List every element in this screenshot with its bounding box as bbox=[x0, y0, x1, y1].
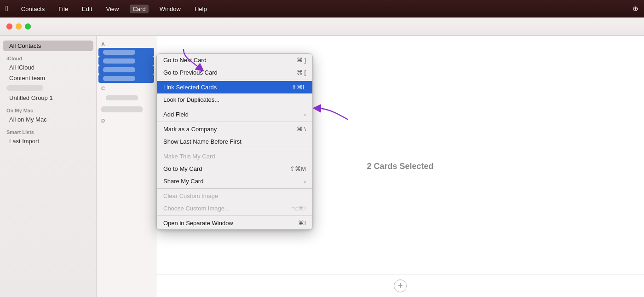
menu-item-go-to-my-card-label: Go to My Card bbox=[163, 165, 202, 172]
menu-item-open-separate-window-shortcut: ⌘I bbox=[298, 220, 306, 227]
menu-item-make-my-card: Make This My Card bbox=[157, 150, 312, 163]
contact-item-4[interactable] bbox=[98, 74, 154, 83]
menu-item-choose-custom-image-shortcut: ⌥⌘I bbox=[291, 205, 306, 212]
sidebar-item-all-icloud[interactable]: All iCloud bbox=[3, 62, 93, 73]
menu-item-show-last-name-label: Show Last Name Before First bbox=[163, 138, 242, 145]
maximize-button[interactable] bbox=[25, 23, 31, 29]
add-button-bar: + bbox=[156, 274, 644, 297]
menu-item-choose-custom-image-label: Choose Custom Image... bbox=[163, 205, 230, 212]
main-content: All Contacts iCloud All iCloud Content t… bbox=[0, 36, 644, 297]
menu-item-go-to-my-card-shortcut: ⇧⌘M bbox=[290, 165, 306, 172]
menu-item-share-my-card-arrow: › bbox=[304, 179, 306, 184]
contact-blur-selected-3 bbox=[103, 67, 135, 72]
menu-bar-right: ⊕ bbox=[632, 5, 638, 13]
sidebar-item-all-contacts[interactable]: All Contacts bbox=[3, 41, 93, 51]
card-dropdown-menu: Go to Next Card ⌘ ] Go to Previous Card … bbox=[156, 53, 313, 230]
contact-blur-bottom bbox=[101, 106, 143, 112]
menu-item-go-to-prev-shortcut: ⌘ [ bbox=[297, 69, 306, 76]
sidebar-on-my-mac-header: On My Mac bbox=[0, 103, 96, 114]
menu-item-make-my-card-label: Make This My Card bbox=[163, 153, 215, 160]
contact-blur-5 bbox=[106, 95, 138, 100]
contact-blur-selected-4 bbox=[103, 76, 135, 81]
sidebar-item-content-team[interactable]: Content team bbox=[3, 73, 93, 83]
menu-item-go-to-next-shortcut: ⌘ ] bbox=[297, 57, 306, 64]
contact-item-3[interactable] bbox=[98, 65, 154, 74]
contact-letter-d: D bbox=[97, 115, 156, 124]
sidebar-icloud-header: iCloud bbox=[0, 51, 96, 62]
menu-item-open-separate-window-label: Open in Separate Window bbox=[163, 220, 233, 227]
menu-item-share-my-card[interactable]: Share My Card › bbox=[157, 175, 312, 187]
menu-item-look-duplicates-label: Look for Duplicates... bbox=[163, 96, 219, 103]
menu-item-share-my-card-label: Share My Card bbox=[163, 178, 203, 185]
contact-item-2[interactable] bbox=[98, 57, 154, 65]
contact-blur-selected-2 bbox=[103, 58, 135, 64]
separator-4 bbox=[157, 149, 312, 149]
menu-item-link-selected[interactable]: Link Selected Cards ⇧⌘L bbox=[157, 81, 312, 93]
menu-item-look-duplicates[interactable]: Look for Duplicates... bbox=[157, 93, 312, 106]
minimize-button[interactable] bbox=[16, 23, 22, 29]
app-window: All Contacts iCloud All iCloud Content t… bbox=[0, 17, 644, 297]
menu-item-clear-custom-image-label: Clear Custom Image bbox=[163, 192, 218, 199]
menu-item-mark-company-label: Mark as a Company bbox=[163, 126, 217, 133]
sidebar-item-all-on-my-mac[interactable]: All on My Mac bbox=[3, 114, 93, 125]
sidebar-smart-lists-header: Smart Lists bbox=[0, 125, 96, 136]
menu-item-show-last-name[interactable]: Show Last Name Before First bbox=[157, 135, 312, 148]
menu-item-go-to-next[interactable]: Go to Next Card ⌘ ] bbox=[157, 54, 312, 66]
apple-menu[interactable]:  bbox=[6, 5, 8, 13]
menu-item-add-field-label: Add Field bbox=[163, 111, 189, 118]
menu-bar:  Contacts File Edit View Card Window He… bbox=[0, 0, 644, 17]
menu-help[interactable]: Help bbox=[192, 5, 210, 13]
menu-item-clear-custom-image: Clear Custom Image bbox=[157, 190, 312, 202]
menu-item-choose-custom-image: Choose Custom Image... ⌥⌘I bbox=[157, 202, 312, 215]
cards-selected-text: 2 Cards Selected bbox=[367, 162, 433, 171]
menu-item-add-field-arrow: › bbox=[304, 112, 306, 117]
separator-1 bbox=[157, 80, 312, 80]
menu-file[interactable]: File bbox=[56, 5, 71, 13]
menu-item-go-to-next-label: Go to Next Card bbox=[163, 57, 207, 64]
menu-item-go-to-prev-label: Go to Previous Card bbox=[163, 69, 218, 76]
sidebar-blur-1 bbox=[6, 85, 43, 91]
traffic-lights bbox=[6, 23, 31, 29]
sidebar-item-untitled-group[interactable]: Untitled Group 1 bbox=[3, 93, 93, 103]
menu-extras-icon: ⊕ bbox=[632, 5, 638, 13]
separator-5 bbox=[157, 188, 312, 189]
add-contact-button[interactable]: + bbox=[394, 280, 407, 292]
contact-blur-selected-1 bbox=[103, 50, 135, 55]
menu-item-go-to-prev[interactable]: Go to Previous Card ⌘ [ bbox=[157, 66, 312, 79]
menu-item-go-to-my-card[interactable]: Go to My Card ⇧⌘M bbox=[157, 163, 312, 175]
menu-card[interactable]: Card bbox=[130, 5, 148, 13]
contact-letter-c: C bbox=[97, 83, 156, 92]
menu-window[interactable]: Window bbox=[157, 5, 184, 13]
sidebar-item-last-import[interactable]: Last Import bbox=[3, 136, 93, 146]
contact-list: A C D bbox=[97, 36, 156, 297]
separator-2 bbox=[157, 107, 312, 107]
menu-contacts[interactable]: Contacts bbox=[18, 5, 47, 13]
menu-item-link-selected-shortcut: ⇧⌘L bbox=[292, 84, 306, 91]
contact-letter-a1: A bbox=[97, 39, 156, 48]
contact-item-5[interactable] bbox=[97, 92, 156, 104]
menu-item-link-selected-label: Link Selected Cards bbox=[163, 84, 217, 91]
menu-item-mark-company-shortcut: ⌘ \ bbox=[297, 126, 306, 133]
separator-6 bbox=[157, 215, 312, 216]
menu-item-add-field[interactable]: Add Field › bbox=[157, 108, 312, 121]
menu-view[interactable]: View bbox=[104, 5, 122, 13]
menu-item-mark-company[interactable]: Mark as a Company ⌘ \ bbox=[157, 123, 312, 135]
menu-edit[interactable]: Edit bbox=[79, 5, 95, 13]
close-button[interactable] bbox=[6, 23, 12, 29]
menu-item-open-separate-window[interactable]: Open in Separate Window ⌘I bbox=[157, 217, 312, 229]
window-chrome bbox=[0, 17, 644, 36]
contact-item-1[interactable] bbox=[98, 48, 154, 57]
sidebar: All Contacts iCloud All iCloud Content t… bbox=[0, 36, 97, 297]
separator-3 bbox=[157, 122, 312, 122]
